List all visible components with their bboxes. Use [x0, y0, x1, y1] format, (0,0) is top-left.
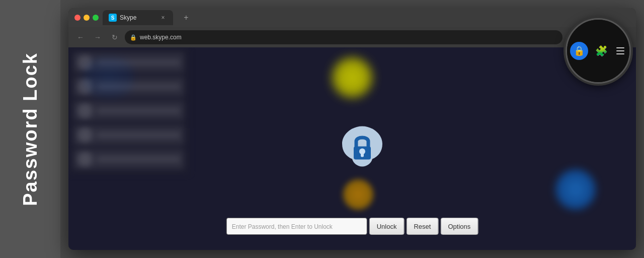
tab-close-button[interactable]: ×: [159, 14, 167, 22]
close-button[interactable]: [74, 15, 80, 21]
blurred-line-1: [97, 60, 180, 65]
sidebar-title: Password Lock: [20, 52, 41, 206]
password-input[interactable]: [226, 218, 367, 235]
reset-button[interactable]: Reset: [406, 218, 438, 235]
magnifier-overlay: 🔒 🧩: [566, 18, 631, 84]
mag-menu-icon: [614, 45, 626, 57]
url-text: web.skype.com: [140, 34, 182, 41]
browser-tab[interactable]: S Skype ×: [103, 10, 173, 25]
security-lock-icon: 🔒: [130, 34, 137, 41]
blurred-sidebar: [68, 47, 189, 174]
blurred-contact-item: [73, 77, 184, 97]
lock-bubble: [337, 124, 387, 169]
mag-extension-lock-icon: 🔒: [570, 42, 588, 60]
mag-puzzle-icon: 🧩: [593, 43, 609, 59]
blurred-avatar-1: [77, 55, 93, 70]
magnifier-content: 🔒 🧩: [567, 20, 629, 82]
browser-chrome: S Skype × + ← → ↻ 🔒 web.skype.com 🔒: [68, 8, 636, 47]
new-tab-button[interactable]: +: [179, 11, 193, 25]
blurred-line-4: [97, 133, 180, 138]
traffic-lights: [74, 15, 99, 21]
svg-rect-2: [361, 153, 364, 157]
blurred-avatar-2: [77, 79, 93, 94]
tab-bar-row: S Skype × +: [68, 8, 636, 27]
blurred-avatar-5: [77, 152, 93, 167]
blurred-avatar-4: [77, 127, 93, 143]
tab-title: Skype: [120, 14, 156, 21]
blurred-contact-item: [73, 149, 184, 169]
address-bar-row: ← → ↻ 🔒 web.skype.com 🔒 🧩 ⋮: [68, 27, 636, 47]
address-bar[interactable]: 🔒 web.skype.com: [125, 30, 562, 44]
tab-favicon: S: [109, 14, 117, 22]
password-bar: Unlock Reset Options: [226, 218, 478, 235]
menu-line-1: [616, 47, 624, 48]
blurred-contact-item: [73, 125, 184, 145]
blurred-line-3: [97, 108, 180, 113]
back-button[interactable]: ←: [73, 30, 88, 44]
options-button[interactable]: Options: [440, 218, 478, 235]
maximize-button[interactable]: [93, 15, 99, 21]
blurred-line-5: [97, 157, 180, 162]
lock-center-icon: [337, 124, 387, 169]
blurred-contact-item: [73, 52, 184, 73]
unlock-button[interactable]: Unlock: [369, 218, 405, 235]
menu-line-2: [616, 50, 624, 51]
magnifier-icons: 🔒 🧩: [570, 42, 626, 60]
browser-content: Unlock Reset Options: [68, 47, 636, 250]
background-blob-blue-bottom-right: [555, 169, 596, 210]
background-blob-orange: [343, 179, 373, 210]
menu-line-3: [616, 53, 624, 54]
blurred-contact-item: [73, 101, 184, 121]
minimize-button[interactable]: [84, 15, 90, 21]
background-blob-yellow: [332, 57, 372, 98]
reload-button[interactable]: ↻: [108, 30, 122, 44]
blurred-avatar-3: [77, 103, 93, 118]
browser-window: S Skype × + ← → ↻ 🔒 web.skype.com 🔒: [68, 8, 636, 250]
forward-button[interactable]: →: [91, 30, 105, 44]
blurred-line-2: [97, 84, 180, 89]
sidebar: Password Lock: [0, 0, 60, 258]
mag-lock-symbol: 🔒: [574, 45, 585, 56]
